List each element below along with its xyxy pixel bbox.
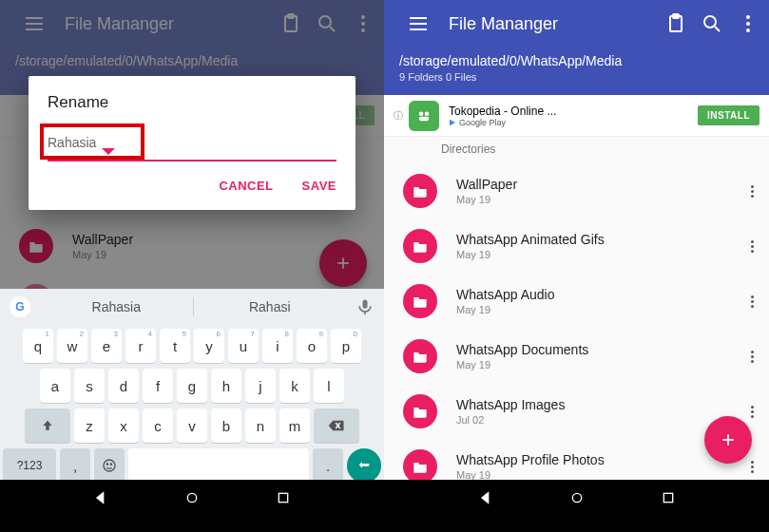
item-overflow-icon[interactable] [740,235,763,257]
key-g[interactable]: g [177,369,207,403]
folder-icon [403,394,437,428]
key-u[interactable]: u7 [228,329,259,363]
google-icon[interactable]: G [10,296,30,317]
ad-app-icon [409,101,439,131]
section-header: Directories [384,137,769,163]
nav-back-icon[interactable] [93,490,108,505]
list-item[interactable]: WallPaperMay 19 [384,163,769,218]
key-period[interactable]: . [313,448,343,483]
input-value: Rahasia [48,135,96,150]
svg-point-25 [419,111,424,116]
suggestion[interactable]: Rahasia [40,299,193,314]
item-overflow-icon[interactable] [740,400,763,423]
svg-rect-27 [419,116,430,121]
key-e[interactable]: e3 [91,329,122,363]
key-r[interactable]: r4 [125,329,156,363]
key-m[interactable]: m [279,408,310,443]
svg-point-14 [106,464,107,465]
nav-home-icon[interactable] [569,490,585,505]
key-enter[interactable] [347,448,381,483]
key-l[interactable]: l [314,369,344,403]
svg-point-16 [187,493,196,502]
svg-point-26 [425,111,430,116]
app-title: File Mananger [449,14,651,34]
key-f[interactable]: f [143,369,173,403]
key-y[interactable]: y6 [194,329,224,363]
key-s[interactable]: s [74,369,105,403]
key-t[interactable]: t5 [160,329,190,363]
key-w[interactable]: w2 [57,329,87,363]
folder-icon [403,449,437,480]
ad-store: Google Play [449,118,698,127]
cancel-button[interactable]: CANCEL [219,179,273,193]
save-button[interactable]: SAVE [302,179,336,193]
folder-icon [403,284,437,318]
phone-right: File Mananger /storage/emulated/0/WhatsA… [384,0,769,532]
key-o[interactable]: o9 [297,329,327,363]
ad-info-icon[interactable]: ⓘ [394,109,403,123]
key-a[interactable]: a [40,369,70,403]
key-k[interactable]: k [279,369,310,403]
mic-icon[interactable] [356,297,375,316]
search-icon[interactable] [701,12,723,35]
key-h[interactable]: h [211,369,241,403]
item-overflow-icon[interactable] [740,290,763,313]
svg-rect-31 [663,493,672,502]
text-caret-handle[interactable] [102,148,115,162]
suggestion[interactable]: Rahasi [194,299,347,314]
folder-name: WhatsApp Animated Gifs [456,232,740,247]
overflow-icon[interactable] [737,12,759,35]
fab-add[interactable] [704,416,752,464]
folder-date: May 19 [456,249,740,260]
menu-icon[interactable] [407,12,430,35]
key-symbols[interactable]: ?123 [3,448,56,483]
folder-name: WhatsApp Documents [456,342,740,357]
key-q[interactable]: q1 [23,329,53,363]
rename-dialog: Rename Rahasia CANCEL SAVE [29,76,356,210]
key-d[interactable]: d [108,369,139,403]
key-backspace[interactable] [314,408,359,443]
key-j[interactable]: j [245,369,276,403]
path-text: /storage/emulated/0/WhatsApp/Media [399,53,754,68]
folder-date: May 19 [456,359,740,370]
key-z[interactable]: z [74,408,105,443]
item-overflow-icon[interactable] [740,180,763,202]
folder-date: Jul 02 [456,414,740,426]
list-item[interactable]: WhatsApp Animated GifsMay 19 [384,218,769,274]
rename-input[interactable]: Rahasia [48,135,336,152]
key-x[interactable]: x [108,408,139,443]
key-emoji[interactable] [94,448,125,483]
path-bar: /storage/emulated/0/WhatsApp/Media 9 Fol… [384,48,769,95]
nav-recent-icon[interactable] [661,490,676,505]
svg-point-20 [704,16,716,28]
nav-recent-icon[interactable] [276,490,291,505]
key-n[interactable]: n [245,408,276,443]
svg-point-22 [746,15,750,19]
android-nav [0,480,384,516]
key-comma[interactable]: , [60,448,90,483]
key-shift[interactable] [25,408,70,443]
key-v[interactable]: v [177,408,207,443]
list-item[interactable]: WhatsApp DocumentsMay 19 [384,329,769,384]
folder-name: WhatsApp Profile Photos [456,452,740,467]
key-p[interactable]: p0 [331,329,361,363]
folder-icon [403,174,437,208]
folder-name: WallPaper [456,177,740,192]
key-c[interactable]: c [143,408,173,443]
folder-name: WhatsApp Images [456,397,740,412]
keyboard-suggestions: G Rahasia Rahasi [0,289,384,325]
key-space[interactable] [128,448,309,483]
ad-row[interactable]: ⓘ Tokopedia - Online ... Google Play INS… [384,95,769,137]
key-i[interactable]: i8 [262,329,293,363]
app-bar: File Mananger [384,0,769,48]
list-item[interactable]: WhatsApp AudioMay 19 [384,274,769,329]
svg-rect-17 [279,493,287,502]
item-overflow-icon[interactable] [740,455,763,478]
clipboard-icon[interactable] [664,12,687,35]
soft-keyboard: q1 w2 e3 r4 t5 y6 u7 i8 o9 p0 a s d f g … [0,325,384,480]
key-b[interactable]: b [211,408,241,443]
nav-home-icon[interactable] [184,490,200,505]
nav-back-icon[interactable] [478,490,493,505]
install-button[interactable]: INSTALL [698,105,759,125]
item-overflow-icon[interactable] [740,345,763,368]
